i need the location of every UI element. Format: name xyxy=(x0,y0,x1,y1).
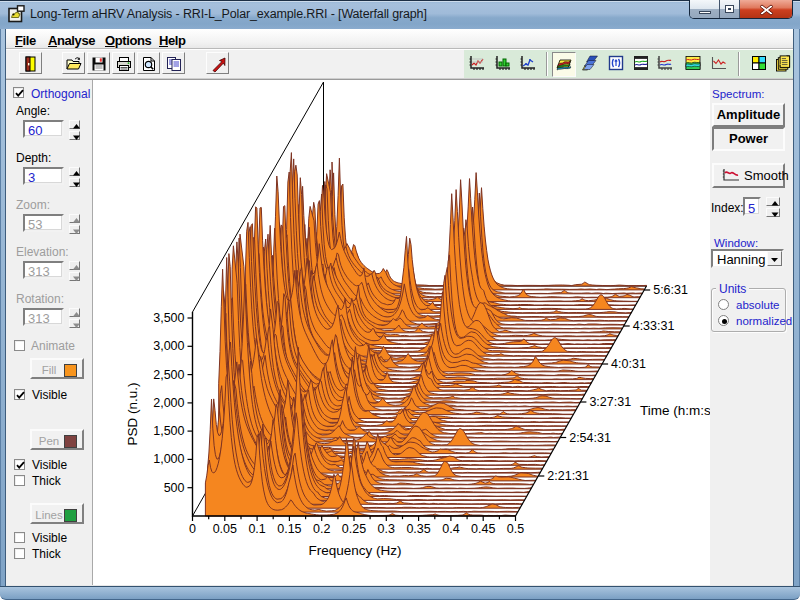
svg-text:0.15: 0.15 xyxy=(277,522,301,536)
svg-text:3,500: 3,500 xyxy=(153,311,184,325)
svg-text:4:33:31: 4:33:31 xyxy=(633,319,675,333)
svg-text:Time (h:m:s): Time (h:m:s) xyxy=(640,403,710,418)
svg-text:4:0:31: 4:0:31 xyxy=(611,357,646,371)
svg-text:0.35: 0.35 xyxy=(406,522,430,536)
svg-text:0.5: 0.5 xyxy=(507,522,524,536)
svg-text:0.4: 0.4 xyxy=(442,522,459,536)
svg-text:Frequency (Hz): Frequency (Hz) xyxy=(308,543,401,558)
svg-text:1,000: 1,000 xyxy=(153,452,184,466)
svg-text:3,000: 3,000 xyxy=(153,339,184,353)
svg-text:0: 0 xyxy=(189,522,196,536)
svg-text:0.05: 0.05 xyxy=(213,522,237,536)
svg-text:2:54:31: 2:54:31 xyxy=(569,431,611,445)
svg-text:0.1: 0.1 xyxy=(248,522,265,536)
svg-text:2,000: 2,000 xyxy=(153,396,184,410)
svg-text:2,500: 2,500 xyxy=(153,368,184,382)
svg-text:0.3: 0.3 xyxy=(378,522,395,536)
svg-text:1,500: 1,500 xyxy=(153,424,184,438)
svg-text:PSD (n.u.): PSD (n.u.) xyxy=(125,382,140,445)
svg-text:0.45: 0.45 xyxy=(471,522,495,536)
svg-text:500: 500 xyxy=(164,481,185,495)
svg-text:2:21:31: 2:21:31 xyxy=(547,469,589,483)
svg-text:0.25: 0.25 xyxy=(342,522,366,536)
svg-text:0.2: 0.2 xyxy=(313,522,330,536)
svg-text:3:27:31: 3:27:31 xyxy=(589,395,631,409)
svg-text:5:6:31: 5:6:31 xyxy=(653,283,688,297)
